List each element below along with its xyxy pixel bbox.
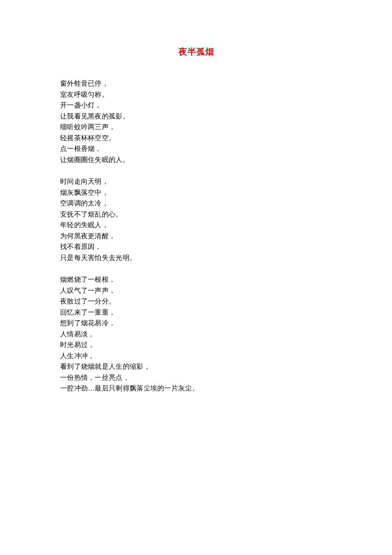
poem-stanza: 烟燃烧了一根根，人叹气了一声声，夜散过了一分分。回忆来了一重重，想到了烟花易冷，… — [60, 274, 392, 394]
poem-line: 只是每天害怕失去光明。 — [60, 252, 392, 263]
poem-line: 让烟圈圈住失眠的人。 — [60, 154, 392, 165]
poem-line: 时间走向天明， — [60, 176, 392, 187]
poem-stanza: 时间走向天明，烟灰飘落空中，空调调的太冷，安抚不了烦乱的心。年轻的失眠人，为何黑… — [60, 176, 392, 263]
poem-line: 年轻的失眠人， — [60, 220, 392, 231]
poem-line: 看到了烧烟就是人生的缩影， — [60, 361, 392, 372]
poem-line: 点一根香烟， — [60, 143, 392, 154]
poem-line: 窗外蛙音已停， — [60, 78, 392, 89]
poem-line: 室友呼吸匀称。 — [60, 89, 392, 100]
poem-line: 安抚不了烦乱的心。 — [60, 209, 392, 220]
poem-line: 一腔冲劲…最后只剩得飘落尘埃的一片灰尘。 — [60, 383, 392, 394]
poem-line: 人叹气了一声声， — [60, 285, 392, 296]
poem-line: 烟灰飘落空中， — [60, 187, 392, 198]
title-text: 夜半孤烟 — [179, 47, 214, 56]
poem-line: 烟燃烧了一根根， — [60, 274, 392, 285]
poem-line: 夜散过了一分分。 — [60, 296, 392, 307]
poem-line: 让我看见黑夜的孤影。 — [60, 111, 392, 122]
poem-line: 找不着原因， — [60, 241, 392, 252]
poem-line: 开一盏小灯， — [60, 100, 392, 111]
poem-line: 为何黑夜更清醒， — [60, 231, 392, 242]
poem-line: 人情易淡， — [60, 329, 392, 340]
poem-line: 人生冲冲， — [60, 350, 392, 361]
poem-body: 窗外蛙音已停，室友呼吸匀称。开一盏小灯，让我看见黑夜的孤影。细听蚊吟两三声，轻摇… — [60, 78, 392, 394]
poem-line: 轻摇茶杯杯空空。 — [60, 133, 392, 144]
poem-line: 时光易过， — [60, 339, 392, 350]
poem-stanza: 窗外蛙音已停，室友呼吸匀称。开一盏小灯，让我看见黑夜的孤影。细听蚊吟两三声，轻摇… — [60, 78, 392, 165]
poem-title: 夜半孤烟 — [60, 46, 333, 58]
poem-line: 想到了烟花易冷， — [60, 318, 392, 329]
poem-line: 回忆来了一重重， — [60, 307, 392, 318]
poem-line: 空调调的太冷， — [60, 198, 392, 209]
poem-line: 一份热情，一丝亮点， — [60, 372, 392, 383]
poem-line: 细听蚊吟两三声， — [60, 121, 392, 133]
